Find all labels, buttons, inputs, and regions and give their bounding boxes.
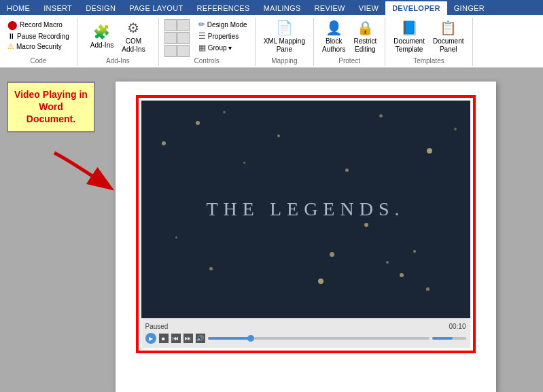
tab-developer[interactable]: DEVELOPER [385, 1, 447, 15]
ribbon-group-mapping: 📄 XML MappingPane Mapping [256, 18, 314, 66]
ribbon: HOME INSERT DESIGN PAGE LAYOUT REFERENCE… [0, 0, 543, 68]
record-macro-button[interactable]: ⬤ Record Macro [5, 19, 71, 31]
video-controls-bar: Paused 00:10 ▶ ■ ⏮ ⏭ 🔊 [141, 318, 470, 348]
properties-label: Properties [208, 33, 239, 40]
volume-bar[interactable] [432, 337, 466, 340]
add-ins-button[interactable]: 🧩 Add-Ins [88, 19, 116, 54]
document-panel-icon: 📋 [440, 20, 457, 36]
xml-icon: 📄 [276, 20, 293, 36]
mapping-group-content: 📄 XML MappingPane [261, 19, 308, 57]
macro-security-label: Macro Security [16, 43, 62, 50]
progress-fill [208, 337, 252, 340]
video-timestamp: 00:10 [449, 323, 466, 330]
pause-recording-label: Pause Recording [17, 33, 69, 40]
video-screen[interactable]: THE LEGENDS. [141, 101, 470, 318]
tab-design[interactable]: DESIGN [79, 1, 122, 15]
code-buttons: ⬤ Record Macro ⏸ Pause Recording ⚠ Macro… [5, 19, 71, 52]
tab-home[interactable]: HOME [0, 1, 37, 15]
controls-bottom-bar: ▶ ■ ⏮ ⏭ 🔊 [145, 332, 466, 345]
progress-bar[interactable] [208, 337, 430, 340]
controls-group-content: ✏ Design Mode ☰ Properties ▦ Group ▾ [164, 19, 249, 57]
xml-mapping-pane-button[interactable]: 📄 XML MappingPane [261, 19, 308, 54]
tab-page-layout[interactable]: PAGE LAYOUT [122, 1, 190, 15]
ctrl-icon-2 [177, 19, 190, 31]
block-authors-icon: 👤 [326, 20, 343, 36]
play-button[interactable]: ▶ [145, 333, 156, 344]
particle [427, 148, 432, 154]
particle [454, 128, 457, 130]
particle [379, 114, 383, 118]
tab-insert[interactable]: INSERT [37, 1, 79, 15]
macro-security-button[interactable]: ⚠ Macro Security [5, 41, 71, 52]
ctrl-icon-4 [177, 32, 190, 44]
progress-thumb [247, 335, 254, 342]
particle [243, 162, 245, 164]
tab-review[interactable]: REVIEW [308, 1, 352, 15]
add-ins-label: Add-Ins [90, 41, 113, 50]
pause-recording-button[interactable]: ⏸ Pause Recording [5, 31, 71, 41]
particle [209, 267, 213, 270]
particle [386, 261, 389, 264]
video-title: THE LEGENDS. [207, 198, 405, 220]
arrow [48, 146, 129, 202]
prev-button[interactable]: ⏮ [171, 334, 181, 343]
code-group-content: ⬤ Record Macro ⏸ Pause Recording ⚠ Macro… [5, 19, 71, 57]
document-panel-button[interactable]: 📋 DocumentPanel [430, 19, 467, 54]
particle [318, 279, 323, 284]
ribbon-body: ⬤ Record Macro ⏸ Pause Recording ⚠ Macro… [0, 15, 543, 68]
volume-fill [432, 337, 453, 340]
design-mode-icon: ✏ [198, 20, 205, 29]
protect-group-label: Protect [319, 57, 379, 66]
annotation-box: Video Playing in Word Document. [7, 82, 95, 132]
restrict-editing-icon: 🔒 [357, 20, 374, 36]
particle [162, 141, 166, 145]
ribbon-group-templates: 📘 DocumentTemplate 📋 DocumentPanel Templ… [385, 18, 472, 66]
com-add-ins-button[interactable]: ⚙ COMAdd-Ins [119, 19, 147, 54]
video-status: Paused [145, 323, 169, 330]
record-macro-icon: ⬤ [7, 20, 18, 30]
group-button[interactable]: ▦ Group ▾ [196, 42, 249, 53]
ribbon-group-controls: ✏ Design Mode ☰ Properties ▦ Group ▾ Con… [159, 18, 256, 66]
particle [364, 223, 368, 227]
stop-button[interactable]: ■ [159, 334, 169, 343]
ribbon-group-code: ⬤ Record Macro ⏸ Pause Recording ⚠ Macro… [0, 18, 77, 66]
addins-icon: 🧩 [93, 24, 110, 40]
ribbon-group-addins: 🧩 Add-Ins ⚙ COMAdd-Ins Add-Ins [77, 18, 159, 66]
particle [175, 236, 177, 238]
com-add-ins-label: COMAdd-Ins [122, 37, 145, 54]
particle [196, 121, 200, 125]
small-icons [164, 19, 190, 57]
next-button[interactable]: ⏭ [183, 334, 193, 343]
tab-view[interactable]: VIEW [352, 1, 385, 15]
ribbon-tab-bar: HOME INSERT DESIGN PAGE LAYOUT REFERENCE… [0, 0, 543, 15]
group-label: Group ▾ [208, 44, 232, 52]
block-authors-label: BlockAuthors [322, 37, 345, 54]
restrict-editing-label: RestrictEditing [353, 37, 376, 54]
particle [223, 111, 226, 113]
block-authors-button[interactable]: 👤 BlockAuthors [319, 19, 348, 54]
document-template-button[interactable]: 📘 DocumentTemplate [391, 19, 427, 54]
document-template-icon: 📘 [401, 20, 418, 36]
document-template-label: DocumentTemplate [393, 37, 425, 54]
properties-button[interactable]: ☰ Properties [196, 31, 249, 41]
restrict-editing-button[interactable]: 🔒 RestrictEditing [351, 19, 379, 54]
tab-references[interactable]: REFERENCES [190, 1, 256, 15]
design-mode-button[interactable]: ✏ Design Mode [196, 19, 249, 30]
particle [330, 252, 334, 257]
code-group-label: Code [5, 57, 71, 66]
properties-icon: ☰ [198, 31, 206, 41]
group-icon: ▦ [198, 43, 206, 52]
particle [426, 287, 430, 291]
controls-buttons: ✏ Design Mode ☰ Properties ▦ Group ▾ [196, 19, 249, 53]
templates-group-content: 📘 DocumentTemplate 📋 DocumentPanel [391, 19, 466, 57]
addins-group-content: 🧩 Add-Ins ⚙ COMAdd-Ins [88, 19, 148, 57]
templates-group-label: Templates [391, 57, 466, 66]
tab-mailings[interactable]: MAILINGS [257, 1, 308, 15]
video-container: THE LEGENDS. Paused 00:10 ▶ ■ ⏮ ⏭ 🔊 [136, 95, 476, 353]
ctrl-icon-1 [164, 19, 177, 31]
ctrl-icon-3 [164, 32, 177, 44]
volume-button[interactable]: 🔊 [196, 334, 205, 343]
tab-ginger[interactable]: GINGER [447, 1, 491, 15]
mapping-group-label: Mapping [261, 57, 308, 66]
particle [400, 273, 404, 277]
